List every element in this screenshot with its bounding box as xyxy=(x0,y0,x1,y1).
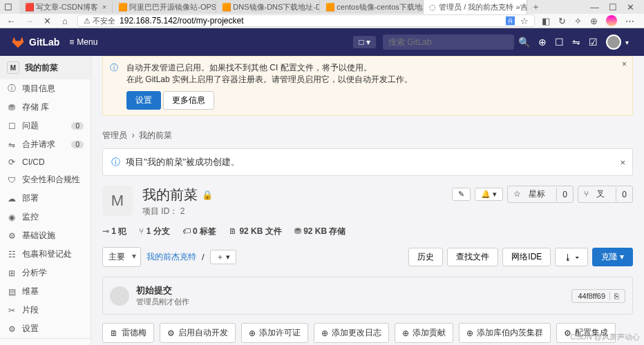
user-avatar[interactable] xyxy=(606,34,621,50)
chevron-down-icon[interactable]: ▾ xyxy=(621,36,633,49)
commit-sha[interactable]: 44f8ff69 ⎘ xyxy=(571,289,625,303)
browser-tab-active[interactable]: ◌管理员 / 我的前杰克特 »吉特拉…× xyxy=(424,0,527,14)
path-link[interactable]: 我的前杰克特 xyxy=(146,251,196,263)
issues-icon[interactable]: ☐ xyxy=(551,34,568,50)
star-button[interactable]: ☆ 星标0 xyxy=(507,186,574,203)
close-icon[interactable]: × xyxy=(622,59,627,69)
sidebar-item-deploy[interactable]: ☁部署 xyxy=(0,189,91,208)
settings-button[interactable]: 设置 xyxy=(126,91,161,110)
plus-icon: ⊕ xyxy=(321,328,328,338)
plus-icon: ⊕ xyxy=(466,328,473,338)
collapse-sidebar[interactable]: «折叠侧边栏 xyxy=(0,338,91,345)
project-avatar-sm: M xyxy=(7,61,19,74)
book-icon: ▤ xyxy=(7,287,17,297)
count-badge: 0 xyxy=(71,122,84,130)
translate-icon[interactable]: 🅰 xyxy=(506,16,515,26)
stat-branches[interactable]: ⑂ 1 分支 xyxy=(139,226,169,237)
last-commit: 初始提交 管理员刚才创作 44f8ff69 ⎘ xyxy=(102,277,633,315)
sidebar-item-infra[interactable]: ⚙基础设施 xyxy=(0,226,91,245)
download-button[interactable]: ⭳ ▾ xyxy=(555,248,587,266)
chip-changelog[interactable]: ⊕添加更改日志 xyxy=(314,323,389,343)
banner-text: 在此 GitLab 实例上启用了容器注册表。请管理员启用它，以便自动开发工作。 xyxy=(126,74,624,86)
browser-tab[interactable]: 🟧centos镜像-centos下载地址-ce…× xyxy=(320,0,424,14)
stat-storage[interactable]: ⛃ 92 KB 存储 xyxy=(294,226,346,237)
sidebar-item-packages[interactable]: ☷包裹和登记处 xyxy=(0,245,91,264)
find-file-button[interactable]: 查找文件 xyxy=(447,248,498,266)
sidebar-item-snippets[interactable]: ✂片段 xyxy=(0,301,91,319)
breadcrumb-link[interactable]: 我的前菜 xyxy=(139,130,172,140)
sidebar-item-security[interactable]: 🛡安全性和合规性 xyxy=(0,170,91,189)
url-input[interactable] xyxy=(120,16,506,26)
browser-tab[interactable]: 🟧DNS镜像-DNS下载地址-DNS安…× xyxy=(216,0,320,14)
search-icon[interactable]: 🔍 xyxy=(514,34,534,50)
ext-icon[interactable]: ↻ xyxy=(558,16,566,26)
window-tabs-icon[interactable]: ☐ xyxy=(4,2,14,12)
chip-license[interactable]: ⊕添加许可证 xyxy=(241,323,308,343)
browser-tab[interactable]: 🟥写文章-CSDN博客× xyxy=(19,0,113,14)
stat-files[interactable]: 🗎 92 KB 文件 xyxy=(229,226,282,237)
bookmark-icon[interactable]: ☆ xyxy=(520,16,529,26)
sidebar-project-header[interactable]: M 我的前菜 xyxy=(0,56,91,79)
more-info-button[interactable]: 更多信息 xyxy=(163,91,214,110)
banner-text: 自动开发管道已启用。如果找不到其他 CI 配置文件，将予以使用。 xyxy=(126,62,624,74)
browser-tab[interactable]: 🟧阿里巴巴开源镜像站-OPSX镜像…× xyxy=(113,0,216,14)
url-box[interactable]: ⚠ 不安全 🅰 ☆ xyxy=(77,14,535,27)
cicd-icon: ⟳ xyxy=(7,157,17,167)
plus-icon[interactable]: ⊕ xyxy=(534,34,551,50)
sidebar-item-issues[interactable]: ☐问题0 xyxy=(0,117,91,135)
stat-commits[interactable]: ⊸ 1 犯 xyxy=(102,226,126,237)
clone-button[interactable]: 克隆 ▾ xyxy=(592,248,633,266)
sidebar-item-wiki[interactable]: ▤维基 xyxy=(0,282,91,301)
gitlab-header: GitLab ≡ Menu □ ▾ 🔍 ⊕ ☐ ⇋ ☑ ▾ xyxy=(0,28,644,56)
profile-avatar[interactable] xyxy=(606,15,617,26)
sidebar-item-cicd[interactable]: ⟳CI/CD xyxy=(0,154,91,170)
more-icon[interactable]: ⋯ xyxy=(625,16,634,26)
sidebar-item-analytics[interactable]: ⊞分析学 xyxy=(0,264,91,282)
insecure-icon[interactable]: ⚠ 不安全 xyxy=(84,16,115,26)
copy-icon[interactable]: ⎘ xyxy=(609,292,619,300)
sidebar-item-info[interactable]: ⓘ项目信息 xyxy=(0,79,91,98)
home-button[interactable]: ⌂ xyxy=(59,16,70,26)
todo-icon[interactable]: ☑ xyxy=(585,34,602,50)
new-tab-button[interactable]: ＋ xyxy=(527,1,544,13)
stat-tags[interactable]: 🏷 0 标签 xyxy=(182,226,216,237)
history-button[interactable]: 历史 xyxy=(408,248,443,266)
close-icon[interactable]: × xyxy=(620,157,625,168)
plus-icon: ⊕ xyxy=(402,328,409,338)
project-dropdown[interactable]: □ ▾ xyxy=(353,36,376,48)
ext-icon[interactable]: ✧ xyxy=(574,16,582,26)
maximize-button[interactable]: ☐ xyxy=(609,2,617,12)
menu-button[interactable]: ≡ Menu xyxy=(69,37,97,47)
chip-contrib[interactable]: ⊕添加贡献 xyxy=(395,323,453,343)
chip-readme[interactable]: 🗎雷德梅 xyxy=(102,323,154,343)
forward-button[interactable]: → xyxy=(23,16,35,26)
pencil-icon: ✎ xyxy=(458,190,464,198)
branch-select[interactable]: 主要 xyxy=(102,247,141,267)
merge-icon[interactable]: ⇋ xyxy=(568,34,585,50)
webide-button[interactable]: 网络IDE xyxy=(502,248,551,266)
sidebar-item-monitor[interactable]: ◉监控 xyxy=(0,208,91,226)
close-button[interactable]: ✕ xyxy=(627,2,634,12)
ext-icon[interactable]: ◧ xyxy=(542,16,550,26)
commit-title[interactable]: 初始提交 xyxy=(136,284,189,297)
add-button[interactable]: ＋ ▾ xyxy=(210,250,236,264)
gear-icon: ⚙ xyxy=(167,328,175,338)
edit-button[interactable]: ✎ xyxy=(452,188,471,201)
minimize-button[interactable]: — xyxy=(590,2,599,12)
sidebar-item-settings[interactable]: ⚙设置 xyxy=(0,319,91,338)
sidebar-item-mr[interactable]: ⇋合并请求0 xyxy=(0,135,91,154)
gitlab-logo[interactable]: GitLab xyxy=(11,35,59,49)
notify-button[interactable]: 🔔 ▾ xyxy=(475,188,503,201)
fork-button[interactable]: ⑂ 叉0 xyxy=(578,186,633,203)
breadcrumb-link[interactable]: 管理员 xyxy=(102,130,127,140)
search-input[interactable] xyxy=(383,34,514,50)
package-icon: ☷ xyxy=(7,250,17,259)
back-button[interactable]: ← xyxy=(6,16,17,26)
ext-icon[interactable]: ⊕ xyxy=(590,16,598,26)
stop-button[interactable]: ✕ xyxy=(41,16,53,26)
chip-k8s[interactable]: ⊕添加库伯内茨集群 xyxy=(459,323,551,343)
main-content: ⓘ × 自动开发管道已启用。如果找不到其他 CI 配置文件，将予以使用。 在此 … xyxy=(91,56,644,345)
sidebar-item-repo[interactable]: ⛃存储 库 xyxy=(0,98,91,117)
close-icon[interactable]: × xyxy=(102,3,106,11)
chip-autodevops[interactable]: ⚙启用自动开发 xyxy=(160,323,236,343)
